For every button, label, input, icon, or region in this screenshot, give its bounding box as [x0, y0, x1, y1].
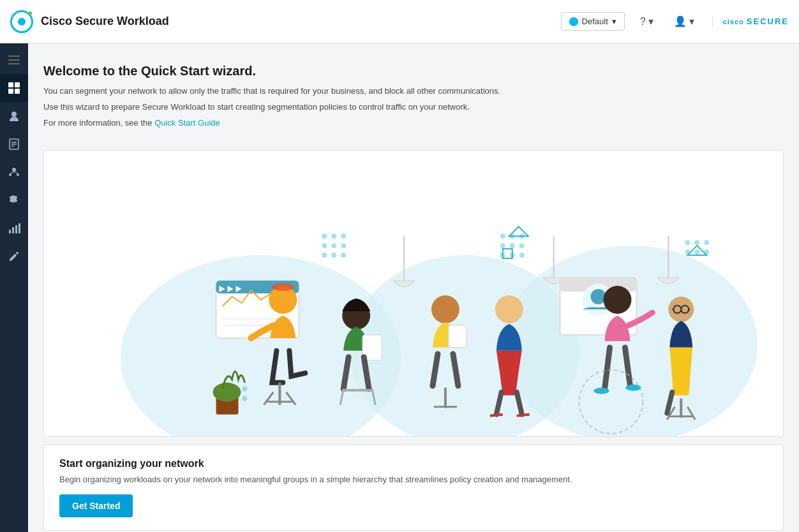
question-icon: ?	[640, 16, 646, 27]
svg-point-28	[331, 253, 336, 258]
svg-point-40	[694, 240, 699, 246]
svg-point-11	[17, 174, 19, 176]
svg-point-24	[322, 244, 327, 249]
svg-point-89	[625, 385, 641, 391]
svg-point-29	[341, 253, 346, 258]
main-content: Welcome to the Quick Start wizard. You c…	[28, 43, 799, 532]
sidebar	[0, 43, 28, 532]
user-button[interactable]: 👤 ▾	[669, 13, 699, 30]
svg-rect-3	[15, 89, 20, 94]
welcome-title: Welcome to the Quick Start wizard.	[43, 64, 784, 78]
welcome-line-1: You can segment your network to allow on…	[43, 85, 784, 98]
svg-point-27	[322, 253, 327, 258]
cisco-logo: cisco SECURE	[712, 17, 789, 26]
dashboard-icon	[8, 82, 20, 94]
svg-point-22	[331, 234, 336, 239]
svg-rect-15	[12, 227, 14, 233]
welcome-line-3: For more information, see the Quick Star…	[43, 117, 784, 130]
svg-point-23	[341, 234, 346, 239]
default-dropdown[interactable]: Default ▾	[561, 12, 625, 31]
svg-point-26	[341, 244, 346, 249]
svg-point-10	[9, 174, 11, 176]
reports-icon	[8, 138, 20, 151]
sidebar-menu-toggle[interactable]	[0, 46, 28, 74]
help-arrow: ▾	[648, 15, 653, 27]
svg-rect-1	[15, 82, 20, 87]
svg-point-79	[495, 295, 523, 323]
settings-icon	[8, 194, 20, 207]
welcome-line-2: Use this wizard to prepare Secure Worklo…	[43, 101, 784, 114]
sidebar-item-workloads[interactable]	[0, 102, 28, 130]
get-started-button[interactable]: Get Started	[59, 494, 133, 517]
svg-point-4	[11, 112, 17, 117]
svg-point-50	[242, 396, 247, 401]
hamburger-icon	[4, 52, 24, 68]
help-button[interactable]: ? ▾	[635, 13, 659, 30]
svg-point-30	[500, 234, 505, 239]
cisco-text: cisco	[723, 18, 744, 26]
svg-line-81	[517, 415, 530, 416]
default-label: Default	[582, 17, 608, 26]
svg-point-47	[242, 387, 247, 392]
logo-inner	[18, 18, 26, 26]
secure-text: SECURE	[747, 17, 789, 26]
svg-point-41	[704, 240, 709, 246]
svg-point-9	[12, 168, 16, 172]
bottom-card-title: Start organizing your network	[59, 458, 768, 469]
quick-start-link[interactable]: Quick Start Guide	[154, 118, 220, 128]
user-arrow: ▾	[689, 15, 694, 27]
svg-point-75	[431, 295, 459, 323]
app-header: Cisco Secure Workload Default ▾ ? ▾ 👤 ▾ …	[0, 0, 799, 43]
svg-rect-76	[449, 325, 467, 348]
svg-point-34	[510, 244, 515, 249]
svg-rect-16	[15, 225, 17, 233]
logo-dot	[28, 11, 32, 15]
dropdown-arrow: ▾	[612, 17, 616, 26]
team-illustration	[44, 151, 783, 436]
tools-icon	[8, 250, 20, 263]
svg-point-68	[213, 383, 241, 402]
svg-point-25	[331, 244, 336, 249]
sidebar-item-data[interactable]	[0, 214, 28, 242]
sidebar-item-tools[interactable]	[0, 242, 28, 270]
svg-point-33	[500, 244, 505, 249]
svg-rect-14	[9, 230, 11, 233]
welcome-line-3-prefix: For more information, see the	[43, 118, 154, 128]
svg-line-12	[10, 172, 14, 174]
svg-point-88	[594, 388, 609, 394]
sidebar-item-settings[interactable]	[0, 186, 28, 214]
svg-point-62	[271, 283, 294, 291]
workloads-icon	[8, 110, 20, 122]
user-icon: 👤	[674, 15, 687, 27]
app-logo	[10, 10, 33, 33]
app-title: Cisco Secure Workload	[41, 15, 169, 28]
data-icon	[8, 222, 20, 235]
svg-point-39	[685, 240, 690, 246]
svg-point-21	[322, 234, 327, 239]
sidebar-item-reports[interactable]	[0, 130, 28, 158]
svg-line-13	[14, 172, 18, 174]
illustration-card	[43, 150, 784, 437]
welcome-description: You can segment your network to allow on…	[43, 85, 784, 129]
svg-point-38	[519, 253, 525, 258]
header-right: Default ▾ ? ▾ 👤 ▾ cisco SECURE	[561, 12, 789, 31]
welcome-section: Welcome to the Quick Start wizard. You c…	[43, 56, 784, 142]
svg-rect-2	[8, 89, 13, 94]
policies-icon	[8, 166, 20, 179]
header-left: Cisco Secure Workload	[10, 10, 169, 33]
svg-rect-0	[8, 82, 13, 87]
scope-icon	[569, 17, 578, 26]
svg-point-43	[694, 250, 699, 255]
svg-point-87	[603, 286, 631, 314]
svg-rect-17	[19, 223, 20, 233]
bottom-card-desc: Begin organizing workloads on your netwo…	[59, 475, 768, 484]
bottom-card: Start organizing your network Begin orga…	[43, 445, 784, 531]
svg-line-80	[490, 415, 503, 416]
sidebar-item-dashboard[interactable]	[0, 74, 28, 102]
svg-point-35	[519, 244, 525, 249]
sidebar-item-policies[interactable]	[0, 158, 28, 186]
svg-point-20	[503, 246, 758, 437]
